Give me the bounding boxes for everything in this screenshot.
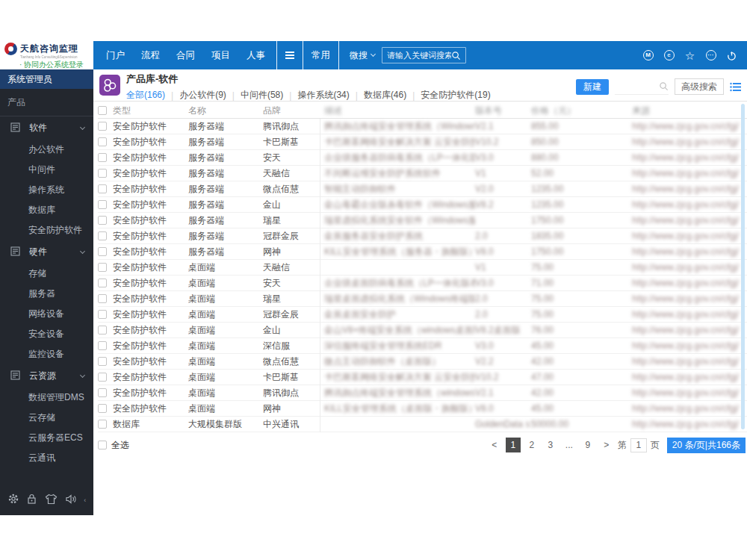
row-checkbox[interactable] <box>98 294 107 303</box>
row-checkbox[interactable] <box>98 122 107 131</box>
sidebar-item-办公软件[interactable]: 办公软件 <box>0 140 93 160</box>
brand-logo-area[interactable]: 天航咨询监理 Tianhang Info Consulting&Supervis… <box>0 41 93 69</box>
sidebar-item-云通讯[interactable]: 云通讯 <box>0 448 93 468</box>
table-row[interactable]: 安全防护软件服务器端微点佰慧智能主动防御软件V2.01235.00http://… <box>98 181 747 197</box>
sidebar-item-数据管理DMS[interactable]: 数据管理DMS <box>0 388 93 408</box>
tab-数据库(46)[interactable]: 数据库(46) <box>364 89 406 102</box>
nav-item-合同[interactable]: 合同 <box>168 41 203 69</box>
collapse-arrow-icon[interactable]: ‹ <box>84 497 86 504</box>
row-checkbox[interactable] <box>98 404 107 413</box>
select-all-checkbox[interactable] <box>98 441 107 449</box>
page-button-1[interactable]: 1 <box>506 438 521 452</box>
oa-login-link[interactable]: · 协同办公系统登录 <box>19 60 93 70</box>
table-row[interactable]: 安全防护软件服务器端冠群金辰金辰服务器安全防护系统2.01835.00http:… <box>98 228 747 244</box>
page-size-badge[interactable]: 20 条/页|共166条 <box>667 438 746 453</box>
table-row[interactable]: 安全防护软件桌面端深信服深信服终端安全管理系统EDRV3.045.00http:… <box>98 338 747 354</box>
tab-办公软件(9)[interactable]: 办公软件(9) <box>179 89 226 102</box>
row-checkbox[interactable] <box>98 231 107 240</box>
table-row[interactable]: 安全防护软件桌面端瑞星瑞星桌面虚拟化系统（Windows终端版）2.075.00… <box>98 291 747 307</box>
table-scrollbar[interactable] <box>741 104 745 429</box>
sidebar-item-中间件[interactable]: 中间件 <box>0 160 93 180</box>
row-checkbox[interactable] <box>98 341 107 350</box>
row-checkbox[interactable] <box>98 169 107 178</box>
theme-shirt-icon[interactable] <box>45 494 58 508</box>
table-row[interactable]: 安全防护软件桌面端微点佰慧微点主动防御软件（桌面版）V2.242.00http:… <box>98 354 747 370</box>
table-row[interactable]: 安全防护软件服务器端金山金山毒霸企业版杀毒软件（Windows服务器版本）V8.… <box>98 197 747 213</box>
favorite-star-icon[interactable]: ☆ <box>684 50 695 61</box>
nav-item-门户[interactable]: 门户 <box>98 41 133 69</box>
nav-item-流程[interactable]: 流程 <box>133 41 168 69</box>
tab-中间件(58)[interactable]: 中间件(58) <box>241 89 283 102</box>
table-row[interactable]: 安全防护软件桌面端腾讯御点腾讯御点终端安全管理系统（windows版）/ V2.… <box>98 385 747 401</box>
table-row[interactable]: 安全防护软件桌面端网神KILL安全管理系统（桌面版・旗舰版）V8.045.00h… <box>98 401 747 417</box>
table-row[interactable]: 安全防护软件服务器端天融信不间断运维安全防护系统软件V152.00http://… <box>98 166 747 181</box>
row-checkbox[interactable] <box>98 216 107 225</box>
search-icon[interactable] <box>451 51 461 60</box>
table-row[interactable]: 安全防护软件服务器端腾讯御点腾讯御点终端安全管理系统（Windows版）V2.1… <box>98 119 747 134</box>
page-button-3[interactable]: 3 <box>543 438 558 452</box>
row-checkbox[interactable] <box>98 310 107 319</box>
row-checkbox[interactable] <box>98 388 107 397</box>
tab-操作系统(34)[interactable]: 操作系统(34) <box>297 89 349 102</box>
jump-page-input[interactable]: 1 <box>630 438 647 452</box>
search-scope-dropdown[interactable]: 微搜 <box>350 49 375 62</box>
sidebar-item-云服务器ECS[interactable]: 云服务器ECS <box>0 428 93 448</box>
global-search-input[interactable] <box>387 51 451 60</box>
prev-page-button[interactable]: < <box>487 438 502 452</box>
row-checkbox[interactable] <box>98 326 107 335</box>
table-row[interactable]: 数据库大规模集群版中兴通讯GoldenData s…50000.00http:/… <box>98 417 747 432</box>
next-page-button[interactable]: > <box>599 438 614 452</box>
message-icon[interactable]: e <box>663 50 675 61</box>
row-checkbox[interactable] <box>98 373 107 382</box>
sidebar-item-网络设备[interactable]: 网络设备 <box>0 304 93 324</box>
sidebar-item-操作系统[interactable]: 操作系统 <box>0 180 93 200</box>
table-search-box[interactable] <box>615 78 669 95</box>
nav-item-项目[interactable]: 项目 <box>203 41 238 69</box>
sidebar-group-云资源[interactable]: 云资源 <box>0 364 93 388</box>
apps-menu-button[interactable] <box>277 41 303 69</box>
search-icon[interactable] <box>659 81 669 91</box>
sidebar-item-存储[interactable]: 存储 <box>0 264 93 284</box>
power-icon[interactable] <box>726 50 737 61</box>
row-checkbox[interactable] <box>98 137 107 146</box>
page-button-9[interactable]: 9 <box>580 438 595 452</box>
tab-全部(166)[interactable]: 全部(166) <box>126 89 165 102</box>
table-row[interactable]: 安全防护软件桌面端金山金山V8+终端安全系统（windows桌面版）/ V2.1… <box>98 323 747 338</box>
sound-icon[interactable] <box>65 494 77 508</box>
m-badge-icon[interactable]: M <box>642 50 654 61</box>
tab-pinned[interactable]: 常用 <box>303 41 338 69</box>
table-row[interactable]: 安全防护软件服务器端网神KILL安全管理系统（服务器・旗舰版）V8.01750.… <box>98 244 747 260</box>
row-checkbox[interactable] <box>98 247 107 256</box>
header-checkbox[interactable] <box>98 106 107 115</box>
sidebar-group-硬件[interactable]: 硬件 <box>0 240 93 264</box>
sidebar-item-安全防护软件[interactable]: 安全防护软件 <box>0 220 93 240</box>
row-checkbox[interactable] <box>98 200 107 209</box>
new-button[interactable]: 新建 <box>576 79 609 95</box>
sidebar-item-数据库[interactable]: 数据库 <box>0 200 93 220</box>
sidebar-item-安全设备[interactable]: 安全设备 <box>0 324 93 344</box>
table-row[interactable]: 安全防护软件桌面端安天企业级桌面防病毒系统（LP一体化版本）支持国产化V3.07… <box>98 276 747 291</box>
page-button-2[interactable]: 2 <box>524 438 539 452</box>
table-row[interactable]: 安全防护软件桌面端冠群金辰金辰桌面安全防护2.075.00http://www.… <box>98 307 747 323</box>
row-checkbox[interactable] <box>98 420 107 429</box>
advanced-search-button[interactable]: 高级搜索 <box>675 78 724 95</box>
sidebar-item-服务器[interactable]: 服务器 <box>0 284 93 304</box>
sidebar-item-云存储[interactable]: 云存储 <box>0 408 93 428</box>
sidebar-group-软件[interactable]: 软件 <box>0 116 93 140</box>
row-checkbox[interactable] <box>98 279 107 287</box>
gear-icon[interactable] <box>7 493 19 508</box>
sidebar-item-监控设备[interactable]: 监控设备 <box>0 344 93 364</box>
tab-安全防护软件(19)[interactable]: 安全防护软件(19) <box>421 89 490 102</box>
lock-icon[interactable] <box>26 493 37 508</box>
row-checkbox[interactable] <box>98 357 107 366</box>
list-view-icon[interactable] <box>730 82 741 92</box>
row-checkbox[interactable] <box>98 184 107 193</box>
table-row[interactable]: 安全防护软件服务器端安天企业级服务器防病毒系统（LP一体化版本）支持国产化V3.… <box>98 150 747 166</box>
table-row[interactable]: 安全防护软件桌面端天融信V175.00http://www.zjcg.gov.c… <box>98 260 747 276</box>
page-button-...[interactable]: ... <box>562 438 577 452</box>
table-row[interactable]: 安全防护软件服务器端瑞星瑞星虚拟化系统安全软件（Windows服务器版）1750… <box>98 213 747 228</box>
row-checkbox[interactable] <box>98 263 107 272</box>
table-row[interactable]: 安全防护软件桌面端卡巴斯基卡巴斯基网络安全解决方案 云安全防护（标准版・4万…V… <box>98 370 747 385</box>
table-row[interactable]: 安全防护软件服务器端卡巴斯基卡巴斯基网络安全解决方案 云安全防护（标准版 5万…… <box>98 134 747 150</box>
more-icon[interactable]: ··· <box>705 50 716 61</box>
